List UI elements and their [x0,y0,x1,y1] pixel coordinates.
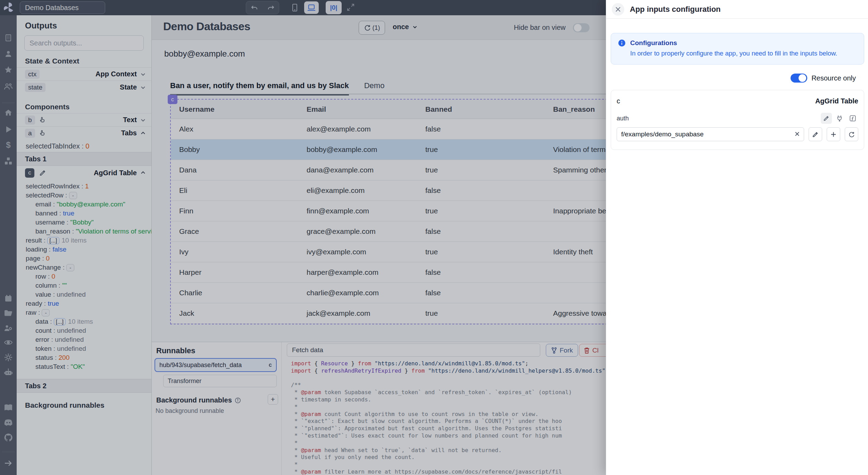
create-resource-plus-button[interactable] [827,127,840,141]
field-key: c [617,97,620,105]
eval-function-icon[interactable] [847,113,858,124]
edit-resource-pencil-button[interactable] [809,127,822,141]
resource-only-toggle[interactable] [791,74,807,83]
input-config-card: c AgGrid Table auth [611,90,864,150]
refresh-resources-button[interactable] [845,127,858,141]
resource-only-row: Resource only [606,74,868,83]
app-inputs-drawer: App inputs configuration Configurations … [606,0,868,475]
info-icon [618,39,626,47]
alert-title: Configurations [630,39,677,47]
field-type: AgGrid Table [815,97,858,105]
static-input-pencil-icon[interactable] [821,113,832,124]
drawer-title: App inputs configuration [630,5,721,14]
configurations-alert: Configurations In order to properly conf… [611,33,864,65]
clear-input-icon[interactable] [794,130,801,137]
resource-only-label: Resource only [811,74,856,82]
resource-path-input[interactable] [617,127,804,141]
drawer-header: App inputs configuration [606,0,868,19]
alert-body: In order to properly configure the app, … [630,50,857,57]
connect-plug-icon[interactable] [834,113,845,124]
windmill-app-editor: |0| $ [0,0,868,475]
drawer-backdrop[interactable] [0,0,606,475]
close-icon[interactable] [612,3,624,16]
auth-input-label: auth [617,115,629,122]
